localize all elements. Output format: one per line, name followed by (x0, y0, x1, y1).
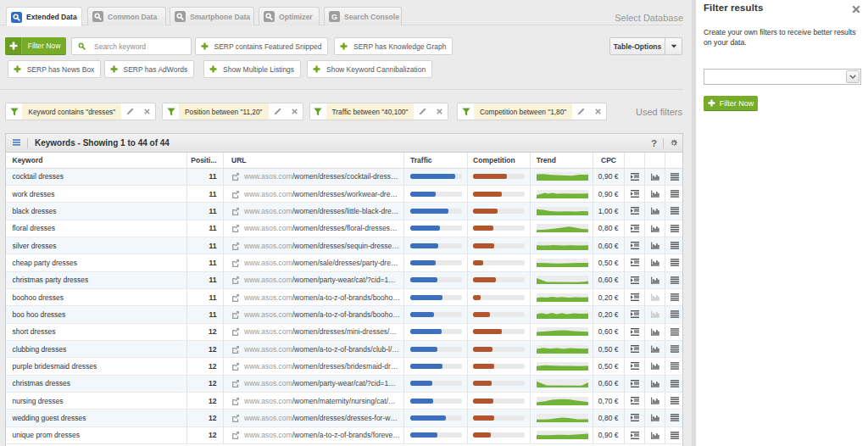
svg-text:G: G (331, 13, 337, 21)
